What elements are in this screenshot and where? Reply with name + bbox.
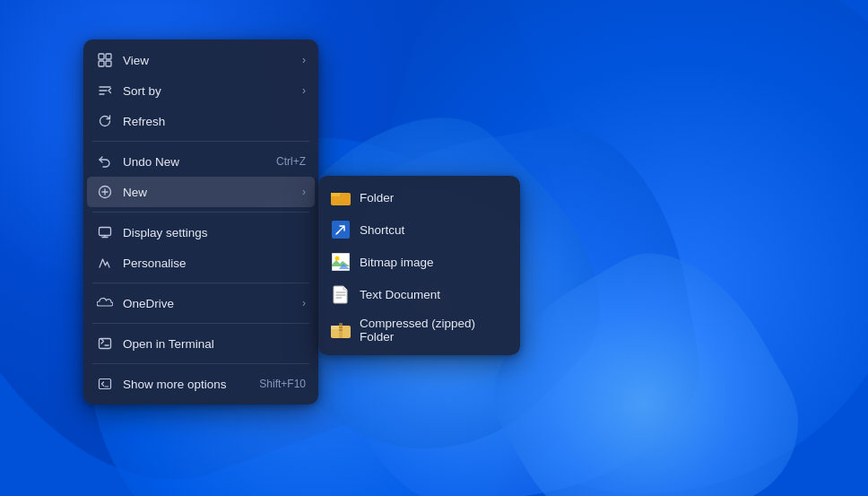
- bitmap-icon: [331, 252, 351, 272]
- menu-item-undo-new[interactable]: Undo New Ctrl+Z: [83, 146, 318, 177]
- menu-item-personalise-label: Personalise: [123, 257, 306, 270]
- menu-item-new-label: New: [123, 186, 297, 199]
- svg-rect-3: [106, 61, 111, 66]
- display-icon: [96, 223, 114, 241]
- onedrive-arrow-icon: ›: [302, 297, 306, 309]
- show-more-shortcut: Shift+F10: [259, 378, 306, 390]
- zip-icon: [331, 320, 351, 340]
- submenu-shortcut-label: Shortcut: [360, 223, 508, 237]
- sort-arrow-icon: ›: [302, 84, 306, 97]
- svg-rect-0: [99, 54, 104, 59]
- menu-item-onedrive-label: OneDrive: [123, 297, 297, 310]
- menu-item-show-more-label: Show more options: [123, 378, 259, 391]
- undo-icon: [96, 152, 114, 170]
- new-arrow-icon: ›: [302, 186, 306, 198]
- submenu-folder-label: Folder: [360, 191, 508, 204]
- svg-rect-2: [99, 61, 104, 66]
- menu-item-personalise[interactable]: Personalise: [83, 248, 318, 278]
- submenu-item-text-doc[interactable]: Text Document: [318, 278, 520, 310]
- terminal-icon: [96, 335, 114, 352]
- menu-item-open-terminal[interactable]: Open in Terminal: [83, 328, 318, 359]
- menu-item-refresh-label: Refresh: [123, 115, 306, 128]
- menu-item-undo-new-label: Undo New: [123, 155, 276, 169]
- sort-icon: [96, 82, 114, 100]
- menu-item-view-label: View: [123, 54, 297, 67]
- menu-item-display-settings[interactable]: Display settings: [83, 217, 318, 248]
- context-menu: View › Sort by › Refresh Undo New Ctrl+Z…: [83, 39, 318, 405]
- menu-item-sort-by[interactable]: Sort by ›: [83, 75, 318, 106]
- menu-item-view[interactable]: View ›: [83, 45, 318, 75]
- divider-2: [92, 212, 309, 213]
- submenu-item-zip[interactable]: Compressed (zipped) Folder: [318, 310, 520, 350]
- divider-5: [92, 363, 309, 364]
- view-arrow-icon: ›: [302, 54, 306, 66]
- menu-item-terminal-label: Open in Terminal: [123, 337, 306, 351]
- svg-point-12: [335, 257, 340, 261]
- more-icon: [96, 375, 114, 393]
- menu-item-show-more[interactable]: Show more options Shift+F10: [83, 369, 318, 399]
- new-icon: [96, 183, 114, 201]
- folder-icon: [331, 187, 351, 207]
- svg-rect-7: [100, 379, 111, 389]
- svg-rect-14: [331, 326, 340, 329]
- submenu-textdoc-label: Text Document: [360, 288, 508, 301]
- menu-item-display-label: Display settings: [123, 226, 306, 239]
- svg-rect-9: [331, 193, 340, 196]
- new-submenu: Folder Shortcut Bitmap image: [318, 176, 520, 355]
- textdoc-icon: [331, 284, 351, 304]
- onedrive-icon: [96, 294, 114, 312]
- svg-rect-1: [106, 54, 111, 59]
- svg-rect-5: [100, 228, 111, 236]
- submenu-item-bitmap[interactable]: Bitmap image: [318, 246, 520, 278]
- shortcut-icon: [331, 220, 351, 239]
- menu-item-new[interactable]: New ›: [87, 177, 315, 207]
- divider-4: [92, 323, 309, 324]
- divider-3: [92, 283, 309, 283]
- submenu-item-folder[interactable]: Folder: [318, 181, 520, 213]
- menu-item-sort-by-label: Sort by: [123, 84, 297, 98]
- personalise-icon: [96, 254, 114, 272]
- menu-item-refresh[interactable]: Refresh: [83, 106, 318, 136]
- menu-item-onedrive[interactable]: OneDrive ›: [83, 288, 318, 318]
- submenu-zip-label: Compressed (zipped) Folder: [360, 317, 508, 344]
- submenu-item-shortcut[interactable]: Shortcut: [318, 213, 520, 246]
- undo-new-shortcut: Ctrl+Z: [276, 155, 306, 168]
- submenu-bitmap-label: Bitmap image: [360, 256, 508, 269]
- refresh-icon: [96, 112, 114, 130]
- divider-1: [92, 141, 309, 142]
- view-icon: [96, 51, 114, 69]
